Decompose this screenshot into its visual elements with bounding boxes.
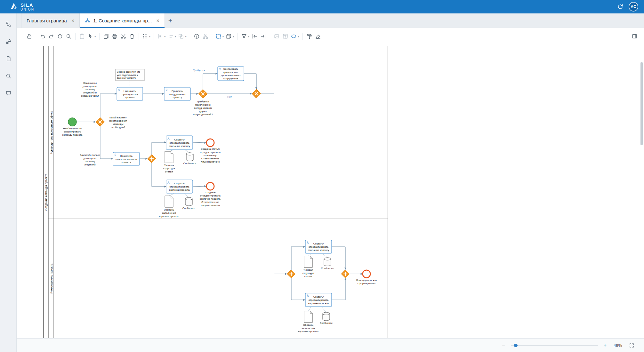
tab-bar: Главная страница × 1. Создание команды п…	[17, 13, 644, 28]
sidebar-models-button[interactable]	[0, 15, 17, 33]
annotation-text: Скорее всего тот, кто	[117, 70, 140, 73]
image-icon	[274, 33, 280, 39]
redo-button[interactable]	[47, 31, 56, 42]
sequence-flow[interactable]	[203, 74, 217, 89]
eraser-button[interactable]	[314, 31, 322, 42]
toolbar-separator	[212, 33, 212, 40]
tab-home-label: Главная страница	[27, 18, 67, 23]
align-icon	[168, 33, 174, 39]
association[interactable]	[184, 194, 189, 197]
lane-label-0: Руководитель проектного офиса	[50, 111, 53, 154]
association[interactable]	[169, 150, 174, 151]
sidebar-comments-button[interactable]	[0, 84, 17, 102]
cut-button[interactable]	[119, 31, 128, 42]
ellipse-icon	[291, 33, 297, 39]
pointer-mode-button[interactable]: ▾	[86, 31, 97, 42]
refresh-button[interactable]	[56, 31, 64, 42]
tab-diagram-label: 1. Создание команды пр...	[93, 18, 152, 23]
close-icon[interactable]: ×	[71, 18, 74, 23]
info-button[interactable]	[192, 31, 201, 42]
selection-mode-button[interactable]: ▾	[214, 31, 225, 42]
sequence-flow[interactable]	[152, 142, 166, 155]
toolbar-separator	[270, 33, 270, 40]
association[interactable]	[308, 307, 311, 311]
annotation-text: данному клиенту	[117, 76, 136, 79]
sidebar-documents-button[interactable]	[0, 50, 17, 67]
group-button: ▾	[177, 31, 188, 42]
search-icon	[5, 73, 12, 79]
lock-button[interactable]	[25, 31, 34, 42]
node-end-card-created[interactable]	[206, 182, 214, 190]
toggle-right-panel-button[interactable]	[630, 31, 639, 42]
avatar[interactable]: AC	[629, 2, 638, 12]
grid-settings-button[interactable]: ▾	[141, 31, 152, 42]
diagram-label: Заключеныдоговоры напоставкулицензий иок…	[81, 82, 99, 97]
zoom-out-button[interactable]: −	[502, 343, 505, 348]
association[interactable]	[169, 194, 174, 196]
insert-shape-button[interactable]: ▾	[290, 31, 300, 42]
association[interactable]	[185, 150, 190, 153]
diagram-label: Согласоватьпривлечениедополнительныхсотр…	[221, 68, 241, 80]
close-icon[interactable]: ×	[156, 18, 159, 23]
undo-button[interactable]	[38, 31, 47, 42]
print-button[interactable]	[110, 31, 119, 42]
paste-icon	[79, 33, 85, 39]
copy-style-button[interactable]: ▾	[225, 31, 235, 42]
sequence-flow[interactable]	[291, 278, 305, 300]
canvas[interactable]: Создание команды проектаРуководитель про…	[17, 45, 644, 338]
sidebar-shapes-button[interactable]	[0, 33, 17, 50]
new-tab-button[interactable]: +	[165, 13, 176, 28]
zoom-slider[interactable]	[511, 345, 598, 346]
chevron-down-icon[interactable]: ▾	[94, 35, 96, 38]
chevron-down-icon[interactable]: ▾	[248, 35, 250, 38]
chevron-down-icon[interactable]: ▾	[164, 35, 166, 38]
layers-icon	[226, 33, 232, 39]
annotation-text: уже подключался к	[117, 74, 138, 76]
filter-button[interactable]: ▾	[240, 31, 251, 42]
sequence-flow[interactable]	[100, 94, 117, 117]
collapse-incoming-button[interactable]	[250, 31, 259, 42]
group-icon	[178, 33, 184, 39]
sequence-flow[interactable]	[100, 126, 113, 159]
painter-icon	[306, 33, 312, 39]
sequence-flow[interactable]	[332, 278, 345, 300]
chevron-down-icon[interactable]: ▾	[175, 35, 176, 38]
zoom-in-button[interactable]: +	[604, 343, 607, 348]
sequence-flow[interactable]	[261, 94, 287, 274]
zoom-search-button[interactable]	[64, 31, 73, 42]
vertical-scrollbar[interactable]	[640, 48, 643, 336]
refresh-icon[interactable]	[617, 4, 624, 10]
association[interactable]	[322, 307, 326, 312]
node-end-team-formed[interactable]	[363, 270, 370, 278]
scrollbar-thumb[interactable]	[640, 62, 643, 145]
sequence-flow[interactable]	[291, 247, 305, 270]
chevron-down-icon[interactable]: ▾	[149, 35, 151, 38]
diagram-page[interactable]: Создание команды проектаРуководитель про…	[43, 46, 388, 338]
copy-button[interactable]	[102, 31, 110, 42]
collapse-outgoing-button[interactable]	[259, 31, 268, 42]
insert-text-button	[281, 31, 290, 42]
sidebar-search-button[interactable]	[0, 67, 17, 84]
sequence-flow[interactable]	[193, 142, 206, 143]
sequence-flow[interactable]	[332, 247, 345, 269]
sequence-flow[interactable]	[244, 74, 256, 89]
chevron-down-icon[interactable]: ▾	[185, 35, 187, 38]
chevron-down-icon[interactable]: ▾	[233, 35, 234, 38]
delete-button[interactable]	[128, 31, 136, 42]
toolbar-separator	[99, 33, 100, 40]
chevron-down-icon[interactable]: ▾	[298, 35, 299, 38]
sequence-flow[interactable]	[152, 163, 166, 187]
sequence-flow[interactable]	[193, 186, 206, 187]
diagram-label: Confluence	[321, 267, 334, 270]
node-end-article-created[interactable]	[206, 139, 214, 147]
chevron-down-icon[interactable]: ▾	[222, 35, 224, 38]
node-start-event[interactable]	[68, 118, 76, 126]
association[interactable]	[308, 254, 311, 256]
zoom-slider-thumb[interactable]	[514, 344, 518, 347]
tab-diagram[interactable]: 1. Создание команды пр... ×	[80, 13, 165, 28]
fit-to-screen-button[interactable]	[629, 343, 634, 348]
association[interactable]	[323, 254, 327, 258]
format-painter-button[interactable]	[305, 31, 314, 42]
flow-condition-label: Нет	[227, 95, 232, 98]
tab-home[interactable]: Главная страница ×	[21, 13, 80, 28]
